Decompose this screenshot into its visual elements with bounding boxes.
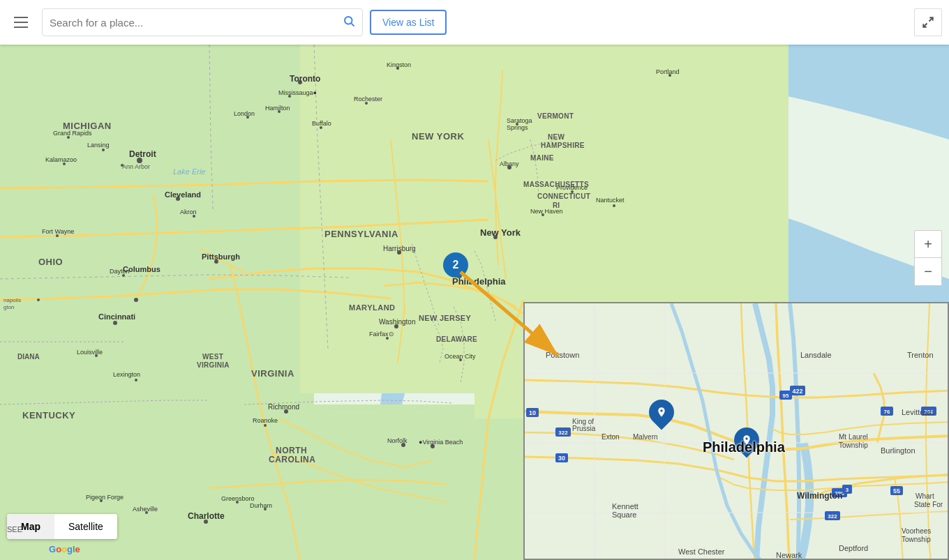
svg-text:West Chester: West Chester [678,547,725,556]
svg-text:Philadelphia: Philadelphia [452,276,506,287]
zoom-in-button[interactable]: + [914,230,942,258]
see-text: SEE [7,525,22,533]
menu-button[interactable] [7,8,35,36]
svg-text:Mississauga●: Mississauga● [278,89,317,96]
svg-text:Asheville: Asheville [133,506,158,513]
svg-text:Square: Square [612,510,636,519]
svg-text:●Virginia Beach: ●Virginia Beach [419,439,463,446]
svg-text:New York: New York [480,227,521,238]
svg-point-38 [135,379,137,381]
svg-text:Fort Wayne: Fort Wayne [42,228,74,235]
svg-text:Burlington: Burlington [881,446,916,455]
svg-text:VIRGINIA: VIRGINIA [197,361,230,369]
svg-text:Springs: Springs [507,124,528,131]
svg-text:Richmond: Richmond [268,403,299,411]
svg-text:Durham: Durham [250,502,272,509]
svg-text:Dayton: Dayton [110,268,130,275]
svg-text:Pittsburgh: Pittsburgh [202,252,240,261]
svg-text:CONNECTICUT: CONNECTICUT [537,192,590,200]
svg-text:Fairfax⊙: Fairfax⊙ [369,331,394,338]
zoom-controls: + − [914,230,942,286]
svg-text:NEW: NEW [548,133,565,141]
svg-text:Cincinnati: Cincinnati [98,312,135,321]
svg-point-13 [113,321,117,325]
svg-text:Kingston: Kingston [387,61,411,68]
svg-point-122 [345,17,352,24]
svg-text:Township: Township [902,536,931,543]
svg-point-11 [134,298,138,302]
svg-text:Grand Rapids: Grand Rapids [53,130,92,137]
svg-text:Lexington: Lexington [113,371,140,378]
search-input[interactable] [50,17,343,29]
svg-text:Pottstown: Pottstown [546,351,579,359]
svg-text:Ocean City: Ocean City [444,353,476,360]
google-logo: Google [49,544,80,554]
svg-text:Akron: Akron [180,209,197,215]
svg-text:Buffalo: Buffalo [312,120,331,127]
svg-text:Louisville: Louisville [77,349,103,356]
svg-text:30: 30 [558,455,565,462]
svg-text:Cleveland: Cleveland [165,190,201,199]
svg-text:Saratoga: Saratoga [507,117,532,124]
svg-text:DIANA: DIANA [17,353,40,361]
svg-text:Exton: Exton [601,433,620,441]
satellite-view-button[interactable]: Satellite [54,514,117,539]
svg-text:HAMPSHIRE: HAMPSHIRE [541,142,585,149]
svg-text:CAROLINA: CAROLINA [269,455,315,464]
svg-point-43 [613,204,615,207]
svg-text:10: 10 [529,409,536,416]
svg-text:Mt Laurel: Mt Laurel [839,433,868,441]
svg-text:55: 55 [893,487,900,494]
svg-text:NORTH: NORTH [276,446,307,455]
fullscreen-map-button[interactable] [914,8,942,36]
svg-text:DELAWARE: DELAWARE [436,335,477,343]
map-container: MICHIGAN OHIO KENTUCKY PENNSYLVANIA NEW … [0,0,949,560]
svg-text:Malvern: Malvern [633,433,658,441]
svg-text:Hamilton: Hamilton [265,105,290,112]
svg-text:State For: State For [914,501,943,508]
svg-text:VERMONT: VERMONT [537,112,574,120]
cluster-marker[interactable]: 2 [443,252,468,278]
svg-text:322: 322 [828,513,837,520]
svg-text:Roanoke: Roanoke [253,417,278,424]
svg-text:NEW YORK: NEW YORK [412,131,464,142]
map-pin-1[interactable] [649,400,674,425]
philadelphia-label-inset: Philadelphia [703,439,785,455]
svg-text:MARYLAND: MARYLAND [349,303,396,312]
svg-point-40 [37,298,40,301]
svg-text:Harrisburg: Harrisburg [383,245,416,252]
svg-text:Rochester: Rochester [354,96,382,103]
svg-text:Ann Arbor: Ann Arbor [122,163,150,170]
search-button[interactable] [343,15,355,30]
svg-text:Wilmington: Wilmington [797,491,842,501]
zoom-out-button[interactable]: − [914,258,942,286]
svg-text:Portland: Portland [656,68,680,75]
view-as-list-button[interactable]: View as List [370,10,447,35]
svg-text:napolis: napolis [3,297,21,303]
svg-text:Albany: Albany [500,160,519,167]
svg-text:Whart: Whart [916,492,934,500]
svg-text:322: 322 [558,430,568,436]
svg-text:422: 422 [792,388,802,395]
svg-text:Greensboro: Greensboro [221,495,255,502]
svg-text:Norfolk: Norfolk [387,437,408,444]
svg-text:Deptford: Deptford [839,544,868,552]
svg-point-25 [264,424,267,427]
svg-text:Lansing: Lansing [87,142,110,149]
svg-text:NEW JERSEY: NEW JERSEY [419,314,471,322]
svg-text:New Haven: New Haven [530,208,563,215]
svg-text:95: 95 [783,393,789,399]
cluster-count: 2 [453,259,459,271]
svg-text:VIRGINIA: VIRGINIA [251,368,294,379]
svg-point-32 [102,149,105,151]
svg-text:gton: gton [3,304,15,310]
svg-text:76: 76 [884,409,890,415]
svg-text:Toronto: Toronto [290,74,320,84]
svg-text:Washington: Washington [379,318,415,326]
svg-text:Lake Erie: Lake Erie [173,167,205,176]
svg-text:PENNSYLVANIA: PENNSYLVANIA [324,229,398,239]
map-satellite-toggle: Map Satellite [7,514,117,539]
svg-text:Township: Township [839,441,868,449]
svg-text:Trenton: Trenton [907,351,934,359]
svg-text:WEST: WEST [202,353,223,361]
